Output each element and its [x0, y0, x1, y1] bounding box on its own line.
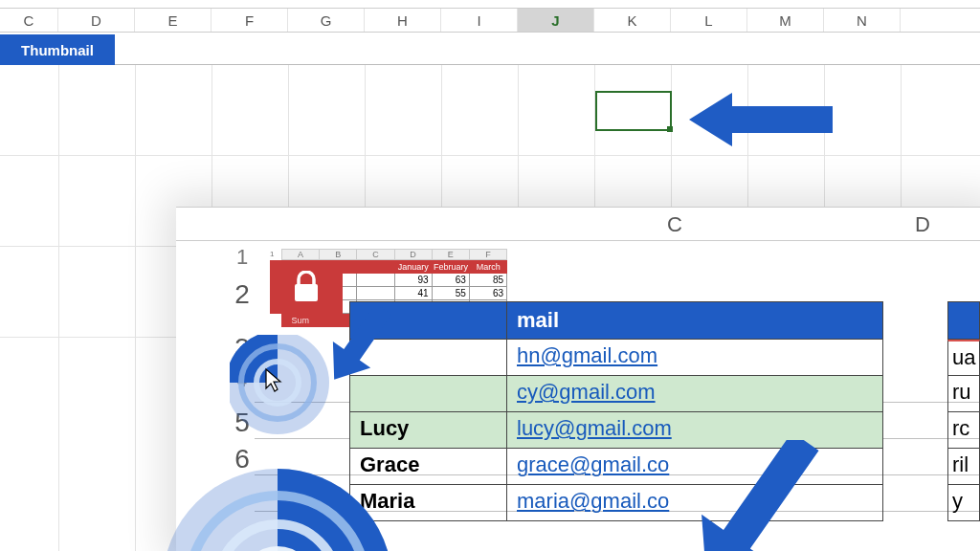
table-row[interactable]: cy@gmail.com: [349, 376, 883, 412]
selected-cell[interactable]: [595, 91, 672, 131]
svg-marker-0: [689, 93, 833, 146]
svg-marker-10: [672, 440, 841, 551]
col-header-J[interactable]: J: [518, 9, 594, 32]
email-link[interactable]: lucy@gmail.com: [517, 416, 672, 440]
email-hdr-email: mail: [507, 301, 883, 340]
col-header-H[interactable]: H: [365, 9, 441, 32]
ov-col-D[interactable]: D: [903, 212, 942, 237]
mini-col-headers: ABCDEF: [281, 249, 507, 260]
col-header-K[interactable]: K: [594, 9, 671, 32]
svg-rect-1: [295, 284, 318, 301]
side-column-fragment: ua ru rc ril y: [947, 301, 980, 521]
touch-ripple-icon: [153, 459, 402, 551]
ov-col-C[interactable]: C: [656, 212, 694, 237]
col-header-G[interactable]: G: [288, 9, 365, 32]
col-header-C[interactable]: C: [0, 9, 58, 32]
fill-handle[interactable]: [667, 126, 673, 132]
cursor-icon: [264, 367, 283, 392]
svg-marker-9: [316, 306, 402, 383]
email-link[interactable]: grace@gmail.co: [517, 452, 669, 476]
arrow-upleft-icon: [670, 440, 842, 551]
email-link[interactable]: hn@gmail.com: [517, 343, 657, 367]
col-header-L[interactable]: L: [671, 9, 747, 32]
ov-row-1[interactable]: 1: [228, 245, 256, 270]
email-link[interactable]: maria@gmail.co: [517, 489, 669, 513]
col-header-F[interactable]: F: [212, 9, 288, 32]
overlay-col-headers: [176, 207, 980, 241]
col-header-I[interactable]: I: [441, 9, 518, 32]
ov-row-2[interactable]: 2: [228, 279, 256, 310]
bg-col-headers-row: C D E F G H I J K L M N: [0, 8, 980, 33]
email-table-header: mail: [349, 301, 883, 340]
col-header-M[interactable]: M: [747, 9, 824, 32]
col-header-D[interactable]: D: [58, 9, 135, 32]
lock-icon: [293, 271, 320, 303]
arrow-upleft-icon: [316, 306, 402, 383]
col-header-E[interactable]: E: [135, 9, 212, 32]
arrow-left-icon: [689, 91, 833, 148]
table-row[interactable]: hn@gmail.com: [349, 340, 883, 376]
email-link[interactable]: cy@gmail.com: [517, 380, 656, 404]
thumbnail-header-cell: Thumbnail: [0, 34, 115, 65]
col-header-N[interactable]: N: [824, 9, 901, 32]
